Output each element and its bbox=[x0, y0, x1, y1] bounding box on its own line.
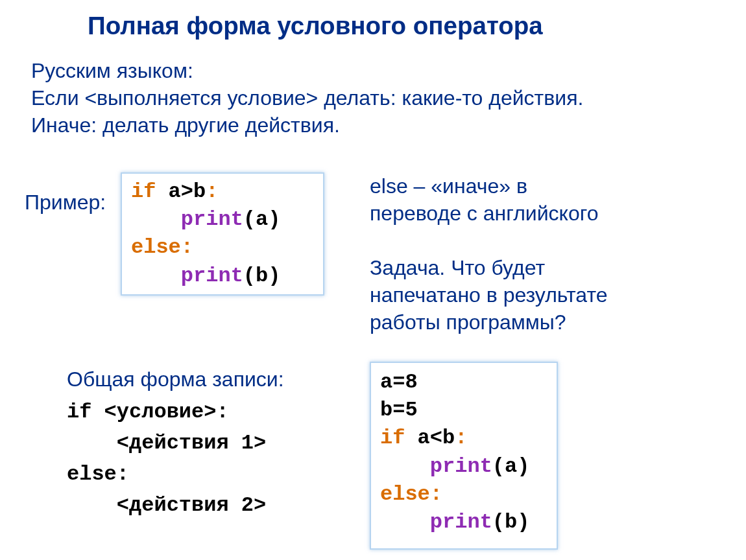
fn-print: print bbox=[181, 207, 243, 231]
form-line-2: <действия 1> bbox=[67, 431, 266, 455]
colon: : bbox=[455, 426, 467, 450]
assign-b: b=5 bbox=[380, 398, 418, 422]
form-line-4: <действия 2> bbox=[67, 493, 266, 517]
assign-a: a=8 bbox=[380, 370, 418, 394]
colon: : bbox=[430, 482, 442, 506]
indent bbox=[131, 207, 181, 231]
arg-a: (a) bbox=[492, 454, 530, 478]
intro-line-3: Иначе: делать другие действия. bbox=[31, 111, 583, 139]
colon: : bbox=[206, 180, 218, 204]
code-task-box: a=8 b=5 if a<b: print(a) else: print(b) bbox=[370, 362, 558, 550]
general-form-label: Общая форма записи: bbox=[67, 368, 284, 391]
intro-block: Русским языком: Если <выполняется услови… bbox=[31, 57, 583, 139]
kw-if: if bbox=[380, 426, 405, 450]
slide: Полная форма условного оператора Русским… bbox=[0, 0, 746, 560]
colon: : bbox=[181, 235, 193, 259]
form-line-1: if <условие>: bbox=[67, 400, 229, 424]
task-block: Задача. Что будет напечатано в результат… bbox=[370, 254, 720, 336]
arg-b: (b) bbox=[492, 510, 530, 534]
general-form-code: if <условие>: <действия 1> else: <действ… bbox=[67, 397, 266, 521]
example-label: Пример: bbox=[25, 191, 106, 215]
form-line-3: else: bbox=[67, 462, 129, 486]
indent bbox=[380, 510, 430, 534]
code-example-box: if a>b: print(a) else: print(b) bbox=[121, 172, 324, 296]
fn-print: print bbox=[430, 454, 492, 478]
fn-print: print bbox=[430, 510, 492, 534]
indent bbox=[131, 264, 181, 288]
task-line-1: Задача. Что будет bbox=[370, 254, 720, 281]
indent bbox=[380, 454, 430, 478]
arg-b: (b) bbox=[243, 264, 281, 288]
kw-else: else bbox=[380, 482, 430, 506]
task-line-3: работы программы? bbox=[370, 309, 720, 336]
fn-print: print bbox=[181, 264, 243, 288]
intro-line-1: Русским языком: bbox=[31, 57, 583, 84]
note-else-line-1: else – «иначе» в bbox=[370, 172, 707, 200]
arg-a: (a) bbox=[243, 207, 281, 231]
intro-line-2: Если <выполняется условие> делать: какие… bbox=[31, 84, 583, 111]
note-else: else – «иначе» в переводе с английского bbox=[370, 172, 707, 227]
cond-a-lt-b: a<b bbox=[405, 426, 455, 450]
kw-else: else bbox=[131, 235, 181, 259]
cond-a-gt-b: a>b bbox=[156, 180, 206, 204]
task-line-2: напечатано в результате bbox=[370, 281, 720, 309]
slide-title: Полная форма условного оператора bbox=[88, 12, 543, 40]
note-else-line-2: переводе с английского bbox=[370, 200, 707, 227]
kw-if: if bbox=[131, 180, 156, 204]
